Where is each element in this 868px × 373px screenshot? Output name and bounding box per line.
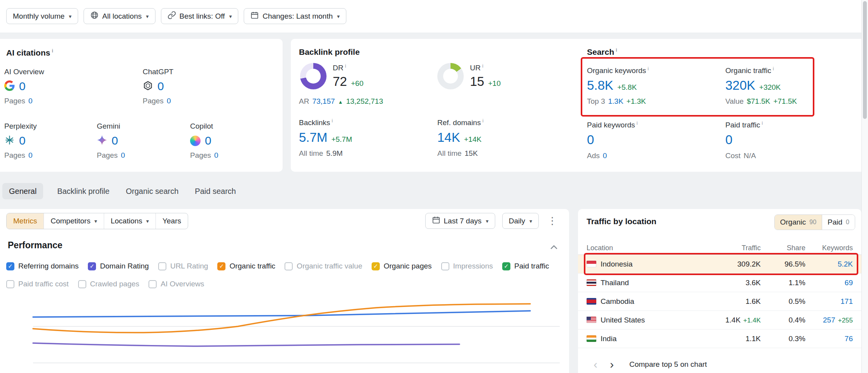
paid-traffic-value[interactable]: 0 xyxy=(725,132,732,147)
table-row-cambodia[interactable]: Cambodia 1.6K 0.5% 171 xyxy=(578,292,861,311)
all-locations-dropdown[interactable]: All locations ▾ xyxy=(84,8,155,24)
organic-traffic-value[interactable]: 320K xyxy=(725,78,755,93)
granularity-dropdown[interactable]: Daily ▾ xyxy=(502,213,539,229)
metric-paid-traffic[interactable]: Paid traffic xyxy=(502,262,549,270)
scrollbar-thumb[interactable] xyxy=(863,1,867,119)
indonesia-flag-icon xyxy=(587,261,596,267)
metric-organic-traffic-value[interactable]: Organic traffic value xyxy=(285,262,362,270)
chatgpt-count[interactable]: 0 xyxy=(157,80,164,93)
chevron-down-icon: ▾ xyxy=(69,13,72,19)
metric-paid-traffic-cost[interactable]: Paid traffic cost xyxy=(6,280,69,288)
location-name: Thailand xyxy=(601,279,629,287)
ref-domains-delta: +14K xyxy=(464,135,482,144)
metric-toggles-row1: Referring domains Domain Rating URL Rati… xyxy=(6,262,549,270)
cost-label: Cost xyxy=(725,152,741,160)
info-icon xyxy=(616,47,617,52)
backlink-profile-title: Backlink profile xyxy=(299,47,360,57)
dr-value: 72 xyxy=(333,74,347,89)
metric-impressions[interactable]: Impressions xyxy=(441,262,493,270)
pages-count[interactable]: 0 xyxy=(121,151,125,160)
keywords-link[interactable]: 5.2K xyxy=(805,260,853,268)
chevron-down-icon: ▾ xyxy=(229,13,232,19)
organic-keywords-stat: Organic keywords 5.8K +5.8K Top 3 1.3K +… xyxy=(587,66,649,106)
locations-dropdown[interactable]: Locations▾ xyxy=(104,213,155,229)
metric-url-rating[interactable]: URL Rating xyxy=(158,262,208,270)
engine-copilot: Copilot 0 Pages0 xyxy=(190,122,218,160)
share-value: 0.4% xyxy=(761,316,805,324)
google-icon xyxy=(4,80,15,92)
up-triangle-icon: ▲ xyxy=(338,99,343,105)
paid-keywords-value[interactable]: 0 xyxy=(587,132,594,147)
changes-dropdown[interactable]: Changes: Last month ▾ xyxy=(244,8,346,24)
col-keywords: Keywords xyxy=(805,244,853,252)
location-name: Cambodia xyxy=(601,297,634,306)
keywords-link[interactable]: 69 xyxy=(805,279,853,287)
filters-toolbar: Monthly volume ▾ All locations ▾ Best li… xyxy=(6,8,346,24)
ref-domains-value[interactable]: 14K xyxy=(437,130,460,145)
metric-referring-domains[interactable]: Referring domains xyxy=(6,262,79,270)
ads-value[interactable]: 0 xyxy=(603,152,607,160)
monthly-volume-dropdown[interactable]: Monthly volume ▾ xyxy=(6,8,78,24)
tab-organic-search[interactable]: Organic search xyxy=(124,183,181,199)
perplexity-count[interactable]: 0 xyxy=(19,134,26,147)
dr-delta: +60 xyxy=(351,79,363,88)
pages-count[interactable]: 0 xyxy=(28,97,33,105)
site-explorer-dashboard: Monthly volume ▾ All locations ▾ Best li… xyxy=(0,0,868,373)
metric-crawled-pages[interactable]: Crawled pages xyxy=(78,280,140,288)
metric-organic-traffic[interactable]: Organic traffic xyxy=(217,262,275,270)
backlinks-value[interactable]: 5.7M xyxy=(299,130,327,145)
backlinks-label: Backlinks xyxy=(299,118,352,127)
top3-value[interactable]: 1.3K xyxy=(608,97,623,106)
collapse-chevron-icon[interactable] xyxy=(550,244,557,251)
pages-count[interactable]: 0 xyxy=(214,151,218,160)
keywords-link[interactable]: 257 xyxy=(823,316,835,324)
metric-ai-overviews[interactable]: AI Overviews xyxy=(148,280,204,288)
traffic-value: $71.5K xyxy=(747,97,770,106)
table-row-thailand[interactable]: Thailand 3.6K 1.1% 69 xyxy=(578,274,861,292)
metric-toggles-row2: Paid traffic cost Crawled pages AI Overv… xyxy=(6,280,204,288)
paid-label: Paid xyxy=(828,218,842,227)
info-icon xyxy=(332,118,333,123)
keywords-link[interactable]: 76 xyxy=(805,335,853,343)
date-range-dropdown[interactable]: Last 7 days ▾ xyxy=(425,213,495,229)
pages-label: Pages xyxy=(4,151,25,160)
metrics-button[interactable]: Metrics xyxy=(7,213,44,229)
paid-toggle[interactable]: Paid0 xyxy=(822,215,855,230)
chevron-right-icon[interactable]: › xyxy=(610,359,614,370)
ai-overview-count[interactable]: 0 xyxy=(19,80,26,93)
engine-name: Gemini xyxy=(97,122,125,131)
tab-paid-search[interactable]: Paid search xyxy=(192,183,238,199)
info-icon xyxy=(345,63,346,68)
pages-count[interactable]: 0 xyxy=(28,151,33,160)
organic-traffic-delta: +320K xyxy=(759,83,781,92)
chevron-left-icon[interactable]: ‹ xyxy=(594,359,597,370)
competitors-dropdown[interactable]: Competitors▾ xyxy=(44,213,103,229)
share-value: 1.1% xyxy=(761,279,805,287)
paid-keywords-stat: Paid keywords 0 Ads0 xyxy=(587,120,637,160)
tab-general[interactable]: General xyxy=(2,183,43,199)
gemini-count[interactable]: 0 xyxy=(112,134,118,147)
table-row-indonesia[interactable]: Indonesia 309.2K 96.5% 5.2K xyxy=(578,255,861,274)
chevron-down-icon: ▾ xyxy=(146,13,148,19)
traffic-value: 1.1K xyxy=(697,335,761,343)
traffic-value: 309.2K xyxy=(697,260,761,268)
metric-organic-pages[interactable]: Organic pages xyxy=(372,262,432,270)
years-button[interactable]: Years xyxy=(155,213,188,229)
metric-domain-rating[interactable]: Domain Rating xyxy=(88,262,149,270)
chart-controls-group: Metrics Competitors▾ Locations▾ Years xyxy=(6,213,188,229)
engine-gemini: Gemini 0 Pages0 xyxy=(97,122,125,160)
keywords-link[interactable]: 171 xyxy=(805,297,853,306)
organic-keywords-delta: +5.8K xyxy=(617,83,637,92)
tab-backlink-profile[interactable]: Backlink profile xyxy=(55,183,112,199)
pages-count[interactable]: 0 xyxy=(167,97,171,105)
engine-chatgpt: ChatGPT 0 Pages0 xyxy=(143,68,173,105)
copilot-count[interactable]: 0 xyxy=(205,134,211,147)
organic-toggle[interactable]: Organic90 xyxy=(775,215,822,230)
value-label: Value xyxy=(725,97,744,106)
table-row-united-states[interactable]: United States 1.4K+1.4K 0.4% 257+255 xyxy=(578,311,861,329)
kebab-menu-icon[interactable]: ⋮ xyxy=(546,215,559,227)
table-row-india[interactable]: India 1.1K 0.3% 76 xyxy=(578,329,861,348)
organic-keywords-value[interactable]: 5.8K xyxy=(587,78,613,93)
best-links-dropdown[interactable]: Best links: Off ▾ xyxy=(161,8,239,24)
ar-value[interactable]: 73,157 xyxy=(312,97,335,106)
